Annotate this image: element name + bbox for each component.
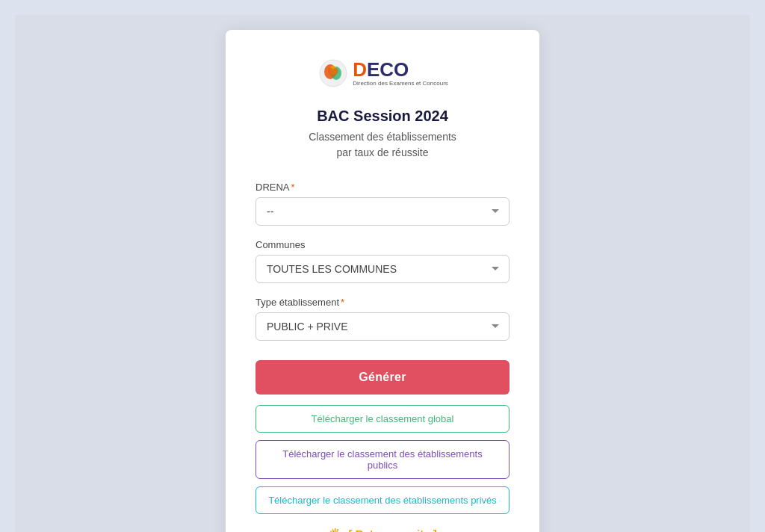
- download-public-button[interactable]: Télécharger le classement des établissem…: [255, 440, 510, 479]
- communes-group: Communes TOUTES LES COMMUNES: [255, 239, 510, 283]
- logo-container: DECO Direction des Examens et Concours: [317, 57, 448, 90]
- page-wrapper: DECO Direction des Examens et Concours B…: [15, 15, 750, 532]
- logo-brand: ECO: [367, 58, 409, 81]
- logo-area: DECO Direction des Examens et Concours: [255, 57, 510, 90]
- download-global-button[interactable]: Télécharger le classement global: [255, 405, 510, 433]
- logo-text-group: DECO Direction des Examens et Concours: [353, 60, 448, 87]
- type-required: *: [341, 297, 344, 308]
- communes-select[interactable]: TOUTES LES COMMUNES: [255, 255, 510, 283]
- drena-group: DRENA* -- DRENA 1: [255, 182, 510, 226]
- type-label: Type établissement*: [255, 297, 510, 308]
- logo-prefix: D: [353, 58, 367, 81]
- logo-subtitle: Direction des Examens et Concours: [353, 81, 448, 87]
- page-title: BAC Session 2024: [255, 108, 510, 125]
- generer-button[interactable]: Générer: [255, 360, 510, 395]
- retour-emoji: 🖐: [328, 528, 342, 532]
- type-select[interactable]: PUBLIC + PRIVE PUBLIC PRIVE: [255, 312, 510, 341]
- main-card: DECO Direction des Examens et Concours B…: [226, 30, 539, 532]
- page-subtitle: Classement des établissements par taux d…: [255, 129, 510, 161]
- drena-label: DRENA*: [255, 182, 510, 193]
- communes-label: Communes: [255, 239, 510, 250]
- retour-link[interactable]: 🖐 [ Retour au site ]: [255, 528, 510, 532]
- download-prive-button[interactable]: Télécharger le classement des établissem…: [255, 486, 510, 514]
- retour-label: [ Retour au site ]: [348, 528, 436, 532]
- drena-required: *: [291, 182, 295, 193]
- type-group: Type établissement* PUBLIC + PRIVE PUBLI…: [255, 297, 510, 341]
- deco-logo-icon: [317, 57, 350, 90]
- drena-select[interactable]: -- DRENA 1: [255, 197, 510, 226]
- logo-deco-text: DECO: [353, 60, 448, 79]
